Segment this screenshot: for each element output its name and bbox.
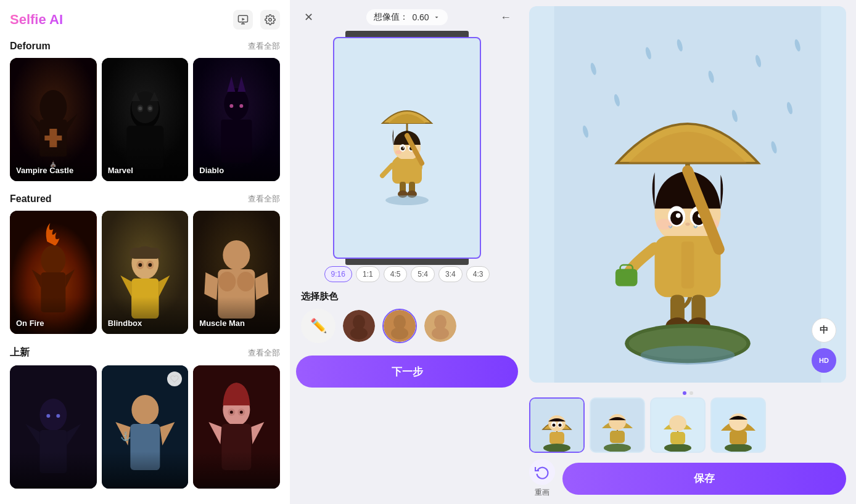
right-panel: HD 中: [524, 0, 856, 504]
card-gradient-overlay: [10, 452, 97, 489]
svg-rect-145: [730, 431, 747, 444]
svg-rect-112: [681, 242, 694, 288]
imagine-value-control[interactable]: 想像值： 0.60: [366, 9, 447, 25]
skin-dark-option[interactable]: [342, 309, 376, 343]
card-gradient-overlay: [102, 452, 189, 489]
lang-badge[interactable]: 中: [812, 318, 836, 343]
svg-point-25: [41, 245, 65, 275]
canvas-area: [333, 37, 481, 259]
deforum-card-grid: ▶ ⛪ Vampire: [10, 58, 280, 181]
dot-active: [683, 391, 686, 395]
svg-point-104: [670, 211, 683, 225]
deforum-section-header: Deforum 查看全部: [10, 41, 280, 52]
featured-card-muscle[interactable]: Muscle Man: [193, 211, 280, 334]
svg-point-33: [148, 263, 152, 267]
ratio-btn-3-4[interactable]: 3:4: [438, 266, 463, 282]
dot-inactive: [689, 391, 693, 395]
video-library-button[interactable]: [233, 10, 253, 30]
svg-point-21: [230, 104, 234, 108]
deforum-see-all[interactable]: 查看全部: [248, 41, 280, 52]
ratio-btn-5-4[interactable]: 5:4: [411, 266, 435, 282]
new-card-grid: ⚓: [10, 365, 280, 489]
deforum-card-vampire[interactable]: ▶ ⛪ Vampire: [10, 58, 97, 181]
back-button[interactable]: ←: [496, 7, 516, 27]
svg-point-110: [685, 222, 690, 226]
ratio-btn-4-5[interactable]: 4:5: [384, 266, 408, 282]
canvas-top-strip: [345, 31, 469, 37]
bottom-action-bar: 重画 保存: [529, 459, 846, 498]
svg-point-22: [240, 104, 244, 108]
svg-point-67: [403, 147, 404, 148]
canvas-character-svg: [345, 62, 469, 234]
hd-badge[interactable]: HD: [812, 348, 836, 373]
card-gradient-overlay: [10, 144, 97, 181]
featured-card-label-blindbox: Blindbox: [108, 319, 142, 328]
svg-point-4: [39, 90, 67, 124]
new-card-3[interactable]: [193, 365, 280, 489]
card-gradient-overlay: [193, 452, 280, 489]
thumbnail-4[interactable]: [710, 397, 766, 453]
svg-point-138: [669, 415, 686, 431]
card-gradient-overlay: [193, 297, 280, 334]
skin-light-option[interactable]: [423, 309, 458, 343]
skin-section: 选择肤色 ✏️: [296, 291, 518, 343]
deforum-card-diablo[interactable]: ▶ Diablo: [193, 58, 280, 181]
thumbnail-3[interactable]: [650, 397, 706, 453]
ratio-btn-1-1[interactable]: 1:1: [356, 266, 380, 282]
featured-card-blindbox[interactable]: Blindbox: [102, 211, 189, 334]
svg-point-76: [385, 195, 429, 205]
svg-point-42: [39, 399, 67, 431]
redraw-icon: [529, 459, 555, 485]
thumbnail-2[interactable]: [590, 397, 645, 453]
deforum-card-marvel[interactable]: ▶ Marvel: [102, 58, 189, 181]
svg-rect-7: [44, 136, 62, 140]
new-see-all[interactable]: 查看全部: [248, 348, 280, 359]
redraw-label: 重画: [535, 487, 549, 498]
svg-point-106: [676, 213, 681, 218]
close-button[interactable]: ✕: [298, 7, 318, 27]
deforum-title: Deforum: [10, 41, 51, 52]
skin-medium-option[interactable]: [382, 309, 417, 343]
svg-point-46: [56, 414, 60, 418]
svg-point-15: [148, 107, 152, 110]
featured-section-header: Featured 查看全部: [10, 193, 280, 205]
sidebar: Selfie AI Deforum 查看全部 ▶: [0, 0, 290, 504]
svg-point-128: [559, 424, 562, 427]
imagine-value-number: 0.60: [412, 12, 429, 22]
featured-card-label-onfire: On Fire: [16, 319, 44, 328]
svg-point-32: [138, 263, 142, 267]
featured-title: Featured: [10, 193, 52, 205]
card-gradient-overlay: [10, 297, 97, 334]
logo-actions: [233, 10, 280, 30]
skin-custom-option[interactable]: ✏️: [301, 309, 335, 343]
thumbnail-1[interactable]: [529, 397, 585, 453]
new-card-2[interactable]: ⚓: [102, 365, 189, 489]
svg-marker-1: [242, 18, 245, 21]
ratio-buttons: 9:16 1:1 4:5 5:4 3:4 4:3: [324, 266, 490, 282]
svg-point-58: [240, 411, 243, 414]
svg-point-108: [656, 219, 672, 230]
svg-point-18: [224, 88, 249, 120]
save-button[interactable]: 保存: [562, 463, 846, 495]
app-title: Selfie AI: [10, 12, 63, 28]
featured-card-onfire[interactable]: On Fire: [10, 211, 97, 334]
svg-point-39: [219, 272, 236, 291]
new-section-header: 上新 查看全部: [10, 346, 280, 359]
card-gradient-overlay: [102, 297, 189, 334]
next-step-button[interactable]: 下一步: [296, 356, 518, 388]
svg-point-65: [401, 147, 405, 150]
ratio-btn-4-3[interactable]: 4:3: [466, 266, 490, 282]
ratio-btn-9-16[interactable]: 9:16: [324, 266, 352, 282]
settings-button[interactable]: [260, 10, 280, 30]
featured-card-label-muscle: Muscle Man: [199, 319, 245, 328]
redraw-button[interactable]: 重画: [529, 459, 555, 498]
svg-point-45: [46, 414, 50, 418]
main-image-svg: [529, 6, 846, 383]
svg-point-40: [237, 272, 255, 291]
logo-bar: Selfie AI: [10, 10, 280, 30]
card-gradient-overlay: [193, 144, 280, 181]
new-card-1[interactable]: [10, 365, 97, 489]
svg-point-133: [609, 414, 626, 430]
featured-see-all[interactable]: 查看全部: [248, 193, 280, 205]
svg-rect-71: [392, 159, 422, 184]
